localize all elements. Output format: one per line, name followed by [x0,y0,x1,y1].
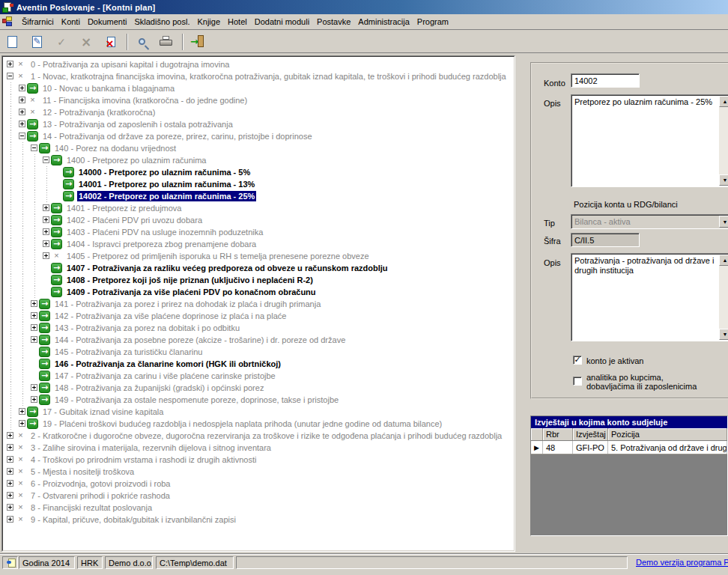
tree-item-149[interactable]: →149 - Potraživanja za ostale nespomenut… [3,394,514,406]
tree-item-3[interactable]: ×3 - Zalihe sirovina i materijala, rezer… [3,442,514,454]
opis-scrollbar[interactable]: ▲ ▼ [719,96,728,186]
tree-item-1401[interactable]: →1401 - Pretporez iz predujmova [3,202,514,214]
menu-item-dokumenti[interactable]: Dokumenti [84,16,131,28]
tree-item-2[interactable]: ×2 - Kratkoročne i dugoročne obveze, dug… [3,430,514,442]
expand-plus-icon[interactable] [7,456,13,463]
tree-item-10[interactable]: →10 - Novac u bankama i blagajnama [3,82,514,94]
expand-plus-icon[interactable] [31,300,37,307]
tree-item-1409[interactable]: →1409 - Potraživanja za više plaćeni PDV… [3,286,514,298]
scroll-up-icon[interactable]: ▲ [719,255,728,266]
expand-plus-icon[interactable] [43,228,49,235]
expand-plus-icon[interactable] [19,420,25,427]
konto-input[interactable]: 14002 [571,73,640,88]
search-button[interactable] [133,33,151,51]
menu-item-administracija[interactable]: Administracija [354,16,413,28]
tree-item-148[interactable]: →148 - Potraživanja za županijski (grads… [3,382,514,394]
expand-plus-icon[interactable] [31,384,37,391]
tree-item-146[interactable]: →146 - Potraživanja za članarine komori … [3,358,514,370]
delete-button[interactable]: × [102,33,120,51]
edit-button[interactable]: ✎ [28,33,46,51]
tree-item-17[interactable]: →17 - Gubitak iznad visine kapitala [3,406,514,418]
tree-item-13[interactable]: →13 - Potraživanja od zaposlenih i ostal… [3,118,514,130]
menu-item-dodatni-moduli[interactable]: Dodatni moduli [251,16,313,28]
expand-plus-icon[interactable] [31,336,37,343]
tree-item-19[interactable]: →19 - Plaćeni troškovi budućeg razdoblja… [3,418,514,430]
expand-plus-icon[interactable] [7,432,13,439]
expand-plus-icon[interactable] [31,312,37,319]
tree-item-1408[interactable]: →1408 - Pretporez koji još nije priznan … [3,274,514,286]
expand-plus-icon[interactable] [19,109,25,115]
expand-plus-icon[interactable] [19,85,25,91]
tree-item-140[interactable]: →140 - Porez na dodanu vrijednost [3,142,514,154]
menu-item-hotel[interactable]: Hotel [224,16,251,28]
expand-plus-icon[interactable] [7,516,13,523]
expand-plus-icon[interactable] [7,504,13,511]
collapse-minus-icon[interactable] [19,133,25,139]
menu-item-skladi-no-posl[interactable]: Skladišno posl. [130,16,193,28]
tree-item-1[interactable]: ×1 - Novac, kratkotrajna financijska imo… [3,70,514,82]
tree-item-7[interactable]: ×7 - Ostvareni prihodi i pokriće rashoda [3,490,514,502]
collapse-minus-icon[interactable] [31,144,37,151]
tree-item-11[interactable]: ×11 - Financijska imovina (kratkoročna -… [3,94,514,106]
expand-plus-icon[interactable] [7,480,13,487]
tree-item-14001[interactable]: →14001 - Pretporez po ulaznim računima -… [3,178,514,190]
tree-item-141[interactable]: →141 - Potraživanja za porez i prirez na… [3,298,514,310]
tree-item-1405[interactable]: ×1405 - Pretporez od primljenih isporuka… [3,250,514,262]
tree-item-8[interactable]: ×8 - Financijski rezultat poslovanja [3,502,514,514]
expand-plus-icon[interactable] [19,97,25,103]
expand-plus-icon[interactable] [43,216,49,223]
mdi-child-icon[interactable] [2,16,13,27]
scroll-up-icon[interactable]: ▲ [719,96,728,107]
izvjestaj-column-header[interactable]: Izvještaj [573,428,608,440]
scroll-down-icon[interactable]: ▼ [719,329,728,340]
menu-item-postavke[interactable]: Postavke [313,16,354,28]
tree-item-142[interactable]: →142 - Potraživanja za više plaćene dopr… [3,310,514,322]
tree-item-145[interactable]: →145 - Potraživanja za turističku članar… [3,346,514,358]
expand-plus-icon[interactable] [43,240,49,247]
tree-item-0[interactable]: ×0 - Potraživanja za upisani kapital i d… [3,58,514,70]
tip-dropdown[interactable]: Bilanca - aktiva ▼ [571,214,728,229]
tree-item-14[interactable]: →14 - Potraživanja od države za poreze, … [3,130,514,142]
expand-plus-icon[interactable] [19,121,25,127]
scroll-down-icon[interactable]: ▼ [719,174,728,186]
menu-item-konti[interactable]: Konti [58,16,84,28]
tree-item-1403[interactable]: →1403 - Plaćeni PDV na usluge inozemnih … [3,226,514,238]
report-row[interactable]: ▶48GFI-PO5. Potraživanja od države i dru… [531,441,727,454]
expand-plus-icon[interactable] [7,468,13,475]
menu-item-knjige[interactable]: Knjige [193,16,224,28]
analitika-checkbox[interactable] [573,377,582,386]
pozicija-column-header[interactable]: Pozicija [608,428,727,440]
expand-plus-icon[interactable] [7,444,13,451]
rbr-column-header[interactable]: Rbr [543,428,573,440]
menu-item-program[interactable]: Program [413,16,452,28]
tree-item-12[interactable]: ×12 - Potraživanja (kratkoročna) [3,106,514,118]
tree-item-5[interactable]: ×5 - Mjesta i nositelji troškova [3,466,514,478]
konto-aktivan-checkbox[interactable]: ✓ [573,356,582,365]
tree-item-4[interactable]: ×4 - Troškovi po prirodnim vrstama i ras… [3,454,514,466]
tree-item-6[interactable]: ×6 - Proizvodnja, gotovi proizvodi i rob… [3,478,514,490]
tree-item-9[interactable]: ×9 - Kapital, pričuve, dobitak/gubitak i… [3,514,514,526]
tree-item-14002[interactable]: →14002 - Pretporez po ulaznim računima -… [3,190,514,202]
sifra-input[interactable]: C/II.5 [571,233,640,247]
expand-plus-icon[interactable] [43,204,49,211]
opis-textarea[interactable]: Pretporez po ulaznim računima - 25% ▲ ▼ [571,94,728,187]
tree-item-144[interactable]: →144 - Potraživanja za posebne poreze (a… [3,334,514,346]
expand-plus-icon[interactable] [31,396,37,403]
expand-plus-icon[interactable] [7,61,13,67]
print-button[interactable] [157,33,175,51]
tree-item-147[interactable]: →147 - Potraživanja za carinu i više pla… [3,370,514,382]
expand-plus-icon[interactable] [19,408,25,415]
exit-button[interactable]: → [188,33,206,51]
tree-item-1400[interactable]: →1400 - Pretporez po ulaznim računima [3,154,514,166]
tree-item-143[interactable]: →143 - Potraživanja za porez na dobitak … [3,322,514,334]
expand-plus-icon[interactable] [7,492,13,499]
opis2-textarea[interactable]: Potraživanja - potraživanja od države i … [571,253,728,341]
expand-plus-icon[interactable] [43,252,49,259]
new-button[interactable] [3,33,21,51]
demo-version-link[interactable]: Demo verzija programa Po [636,558,728,567]
tree-item-1407[interactable]: →1407 - Potraživanja za razliku većeg pr… [3,262,514,274]
collapse-minus-icon[interactable] [7,73,13,79]
tree-item-14000[interactable]: →14000 - Pretporez po ulaznim računima -… [3,166,514,178]
tree-item-1402[interactable]: →1402 - Plaćeni PDV pri uvozu dobara [3,214,514,226]
opis2-scrollbar[interactable]: ▲ ▼ [719,255,728,340]
